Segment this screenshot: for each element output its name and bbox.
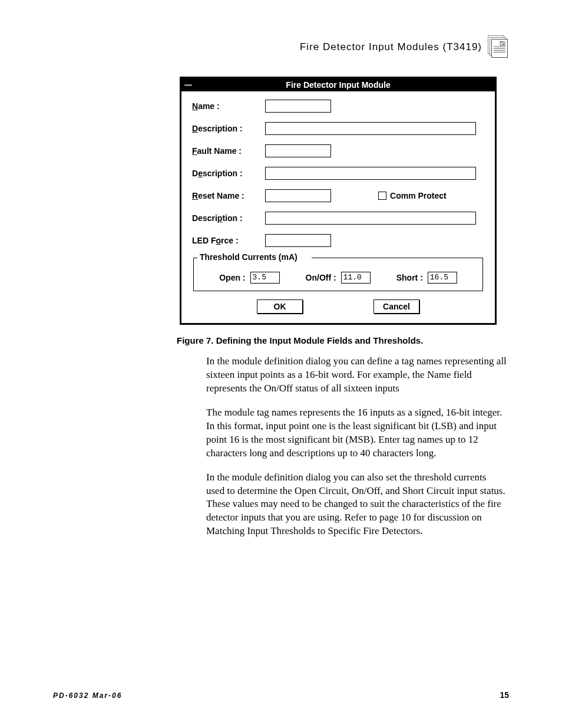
open-input[interactable]: 3.5 — [250, 272, 280, 284]
paragraph-2: The module tag names represents the 16 i… — [206, 406, 507, 460]
dialog-titlebar: Fire Detector Input Module — [181, 78, 495, 91]
onoff-label: On/Off : — [306, 273, 336, 282]
document-stack-icon: PD — [488, 35, 509, 59]
ok-button[interactable]: OK — [257, 299, 303, 314]
page-header: Fire Detector Input Modules (T3419) PD — [53, 35, 509, 59]
dialog-title: Fire Detector Input Module — [194, 80, 495, 90]
open-label: Open : — [219, 273, 245, 282]
reset-name-label: Reset Name : — [192, 191, 265, 200]
onoff-input[interactable]: 11.0 — [341, 272, 371, 284]
description3-input[interactable] — [265, 212, 476, 225]
figure-caption: Figure 7. Defining the Input Module Fiel… — [177, 335, 509, 345]
paragraph-3: In the module definition dialog you can … — [206, 471, 507, 539]
header-title: Fire Detector Input Modules (T3419) — [300, 41, 482, 53]
fault-name-label: Fault Name : — [192, 146, 265, 156]
description2-input[interactable] — [265, 167, 476, 180]
name-input[interactable] — [265, 100, 331, 113]
fault-name-input[interactable] — [265, 144, 331, 157]
name-label: Name : — [192, 101, 265, 111]
threshold-group-label: Threshold Currents (mA) — [199, 252, 299, 262]
page-footer: PD-6032 Mar-06 15 — [53, 690, 509, 700]
system-menu-icon[interactable] — [181, 78, 194, 91]
comm-protect-checkbox[interactable]: Comm Protect — [378, 191, 447, 200]
cancel-button[interactable]: Cancel — [373, 299, 419, 314]
checkbox-icon — [378, 192, 386, 200]
short-input[interactable]: 16.5 — [428, 272, 457, 284]
comm-protect-label: Comm Protect — [390, 191, 447, 200]
description2-label: Description : — [192, 169, 265, 178]
body-text: In the module definition dialog you can … — [206, 355, 507, 538]
description3-label: Description : — [192, 213, 265, 223]
led-force-label: LED Force : — [192, 236, 265, 245]
fire-detector-dialog: Fire Detector Input Module Name : Descri… — [180, 77, 497, 325]
description1-label: Description : — [192, 124, 265, 133]
doc-id: PD-6032 Mar-06 — [53, 691, 122, 700]
reset-name-input[interactable] — [265, 189, 331, 202]
description1-input[interactable] — [265, 122, 476, 135]
paragraph-1: In the module definition dialog you can … — [206, 355, 507, 396]
led-force-input[interactable] — [265, 234, 331, 247]
threshold-currents-group: Threshold Currents (mA) Open : 3.5 On/Of… — [193, 258, 483, 291]
short-label: Short : — [396, 273, 423, 282]
page-number: 15 — [500, 690, 509, 700]
